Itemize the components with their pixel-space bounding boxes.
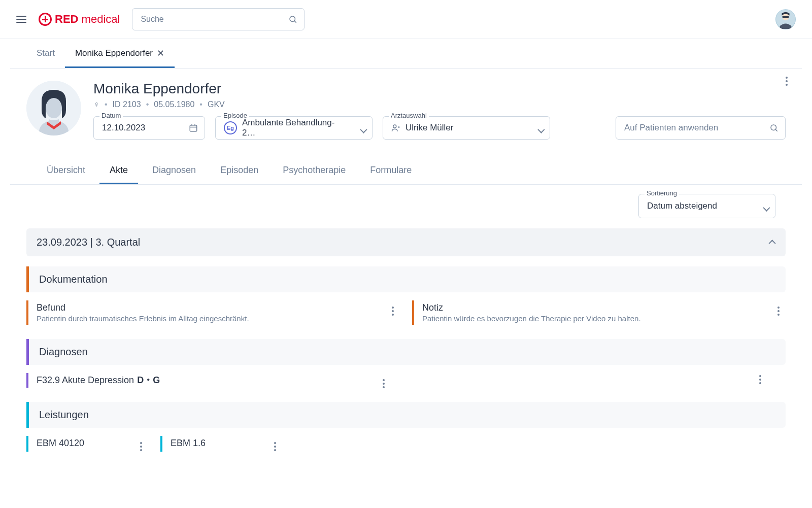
patient-apply-group: Auf Patienten anwenden	[616, 116, 786, 140]
section-header-leistungen: Leistungen	[26, 402, 786, 428]
dokumentation-cards: Befund Patientin durch traumatisches Erl…	[26, 300, 786, 325]
episode-field-group: Episode Eg Ambulante Behandlung- 2…	[215, 116, 373, 140]
card-leistung: EBM 40120	[26, 436, 148, 452]
tab-start[interactable]: Start	[26, 39, 65, 68]
leistung-label: EBM 1.6	[171, 438, 282, 449]
search-icon	[288, 15, 297, 24]
leistung-label: EBM 40120	[37, 438, 148, 449]
chevron-up-icon	[769, 240, 776, 247]
more-menu-icon[interactable]	[390, 304, 396, 318]
episode-badge-icon: Eg	[224, 121, 237, 134]
svg-point-11	[393, 125, 396, 128]
patient-insurance: GKV	[208, 100, 225, 109]
section-leistungen: Leistungen EBM 40120 EBM 1.6	[26, 402, 786, 452]
patient-name: Monika Eppendorfer	[93, 81, 786, 97]
card-title: Befund	[37, 302, 400, 313]
svg-rect-7	[190, 125, 197, 131]
calendar-icon[interactable]	[189, 123, 198, 132]
more-menu-icon[interactable]	[381, 377, 387, 390]
tab-overview[interactable]: Übersicht	[37, 158, 95, 184]
card-befund: Befund Patientin durch traumatisches Erl…	[26, 300, 400, 325]
date-field-group: Datum 12.10.2023	[93, 116, 205, 140]
app-header: RED medical	[0, 0, 812, 39]
svg-line-1	[295, 21, 296, 22]
patient-birthdate: 05.05.1980	[154, 100, 194, 109]
dot-icon: ●	[147, 377, 150, 382]
card-text: Patientin würde es bevorzugen die Therap…	[422, 314, 786, 323]
card-notiz: Notiz Patientin würde es bevorzugen die …	[412, 300, 786, 325]
sort-row: Sortierung Datum absteigend	[0, 185, 802, 218]
field-row: Datum 12.10.2023 Episode Eg Ambulante Be…	[93, 116, 786, 140]
breadcrumb-tabs: Start Monika Eppendorfer ✕	[10, 39, 802, 69]
sort-select[interactable]: Datum absteigend	[638, 194, 775, 218]
content-area: 23.09.2023 | 3. Quartal Dokumentation Be…	[0, 218, 812, 476]
section-header-dokumentation: Dokumentation	[26, 266, 786, 292]
episode-select[interactable]: Eg Ambulante Behandlung- 2…	[215, 116, 373, 140]
sub-tabs: Übersicht Akte Diagnosen Episoden Psycho…	[10, 148, 802, 185]
doctor-field-group: Arztauswahl Ulrike Müller	[383, 116, 550, 140]
section-header-diagnosen: Diagnosen	[26, 339, 786, 365]
card-leistung: EBM 1.6	[160, 436, 282, 452]
date-group-header[interactable]: 23.09.2023 | 3. Quartal	[26, 228, 786, 256]
sort-label: Sortierung	[645, 189, 679, 197]
diagnosis-suffix-g: G	[153, 375, 160, 386]
patient-info: Monika Eppendorfer ♀ • ID 2103 • 05.05.1…	[93, 81, 786, 140]
svg-point-6	[46, 98, 62, 118]
person-icon	[391, 123, 400, 132]
card-text: Patientin durch traumatisches Erlebnis i…	[37, 314, 400, 323]
more-menu-icon[interactable]	[138, 440, 144, 453]
search-icon[interactable]	[769, 123, 779, 132]
diagnosis-row: F32.9 Akute Depression D ● G	[37, 375, 391, 386]
diagnosen-cards: F32.9 Akute Depression D ● G	[26, 373, 786, 388]
date-group-title: 23.09.2023 | 3. Quartal	[37, 236, 140, 248]
tab-psychotherapie[interactable]: Psychotherapie	[273, 158, 356, 184]
logo-text-red: RED	[55, 13, 78, 25]
diagnosis-code: F32.9 Akute Depression	[37, 375, 134, 386]
tab-patient[interactable]: Monika Eppendorfer ✕	[65, 39, 175, 68]
date-input[interactable]: 12.10.2023	[93, 116, 205, 140]
logo-icon	[39, 13, 52, 26]
search-input[interactable]	[132, 8, 304, 30]
more-menu-icon[interactable]	[775, 304, 782, 318]
leistungen-cards: EBM 40120 EBM 1.6	[26, 436, 786, 452]
doctor-label: Arztauswahl	[389, 112, 429, 119]
card-title: Notiz	[422, 302, 786, 313]
svg-point-0	[290, 16, 295, 22]
logo-text-medical: medical	[82, 13, 120, 25]
patient-meta: ♀ • ID 2103 • 05.05.1980 • GKV	[93, 100, 786, 109]
section-diagnosen: Diagnosen F32.9 Akute Depression D ● G	[26, 339, 786, 388]
card-diagnosis: F32.9 Akute Depression D ● G	[26, 373, 391, 388]
global-search	[132, 8, 304, 30]
tab-akte[interactable]: Akte	[99, 158, 138, 184]
svg-rect-4	[782, 16, 789, 18]
section-dokumentation: Dokumentation Befund Patientin durch tra…	[26, 266, 786, 325]
patient-id: ID 2103	[113, 100, 141, 109]
patient-header: Monika Eppendorfer ♀ • ID 2103 • 05.05.1…	[0, 69, 812, 144]
more-menu-icon[interactable]	[272, 440, 278, 453]
sort-field: Sortierung Datum absteigend	[638, 194, 775, 218]
date-label: Datum	[99, 112, 123, 119]
tab-patient-label: Monika Eppendorfer	[75, 48, 153, 58]
close-icon[interactable]: ✕	[157, 49, 164, 58]
doctor-select[interactable]: Ulrike Müller	[383, 116, 550, 140]
diagnosis-spacer	[403, 373, 767, 388]
more-menu-icon[interactable]	[784, 75, 790, 88]
svg-point-14	[771, 125, 776, 130]
more-menu-icon[interactable]	[757, 373, 763, 386]
tab-formulare[interactable]: Formulare	[360, 158, 422, 184]
gender-icon: ♀	[93, 100, 99, 109]
hamburger-menu-icon[interactable]	[16, 16, 26, 23]
patient-apply-input[interactable]: Auf Patienten anwenden	[616, 116, 786, 140]
app-logo[interactable]: RED medical	[39, 13, 120, 26]
svg-line-15	[775, 129, 777, 131]
tab-episoden[interactable]: Episoden	[210, 158, 268, 184]
diagnosis-suffix-d: D	[137, 375, 144, 386]
episode-label: Episode	[221, 112, 249, 119]
patient-avatar	[26, 81, 81, 136]
tab-diagnosen[interactable]: Diagnosen	[142, 158, 206, 184]
user-avatar[interactable]	[775, 9, 796, 29]
